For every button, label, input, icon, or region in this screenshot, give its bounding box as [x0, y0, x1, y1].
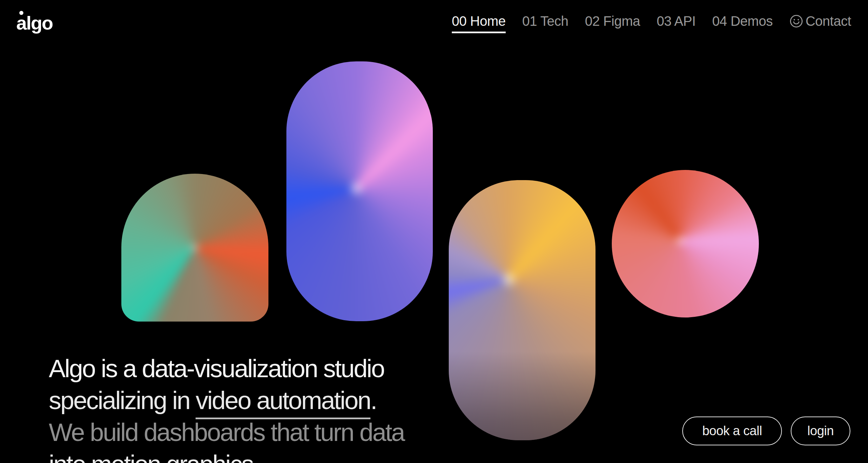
- hero-line-2-suffix: .: [370, 386, 377, 414]
- nav-item-contact[interactable]: Contact: [789, 14, 851, 28]
- book-a-call-button[interactable]: book a call: [682, 417, 782, 445]
- nav-item-demos[interactable]: 04 Demos: [712, 14, 772, 28]
- gradient-shape-pill-gold-shadow: [449, 352, 596, 440]
- brand-logo-text: algo: [16, 12, 53, 34]
- hero-line-2: specializing in video automation.: [49, 385, 404, 417]
- gradient-shape-arch-fill: [121, 174, 268, 322]
- gradient-shape-pill-blue-fill: [286, 61, 433, 321]
- hero-line-1: Algo is a data-visualization studio: [49, 353, 404, 385]
- main-nav: 00 Home 01 Tech 02 Figma 03 API 04 Demos…: [452, 14, 851, 28]
- gradient-shape-pill-blue: [286, 61, 433, 321]
- nav-item-api[interactable]: 03 API: [657, 14, 695, 28]
- nav-contact-label: Contact: [806, 14, 851, 28]
- logo-accent-dot: [19, 11, 23, 15]
- gradient-shape-circle: [612, 170, 759, 317]
- hero-headline: Algo is a data-visualization studio spec…: [49, 353, 404, 463]
- nav-item-tech[interactable]: 01 Tech: [522, 14, 568, 28]
- hero-line-2-prefix: specializing in: [49, 386, 196, 414]
- gradient-shape-pill-gold: [449, 180, 596, 440]
- gradient-shape-arch: [121, 174, 268, 322]
- hero-line-3: We build dashboards that turn data: [49, 417, 404, 448]
- nav-item-home[interactable]: 00 Home: [452, 14, 506, 33]
- cta-group: book a call login: [682, 417, 850, 445]
- hero-underlined-text: video automation: [196, 386, 370, 419]
- smiley-icon: [789, 14, 803, 28]
- login-button[interactable]: login: [791, 417, 850, 445]
- nav-item-figma[interactable]: 02 Figma: [585, 14, 640, 28]
- gradient-shape-circle-fill: [612, 170, 759, 317]
- top-bar: algo 00 Home 01 Tech 02 Figma 03 API 04 …: [0, 0, 868, 44]
- brand-logo[interactable]: algo: [16, 14, 53, 33]
- hero-line-4-clipped: into motion graphics: [49, 448, 404, 463]
